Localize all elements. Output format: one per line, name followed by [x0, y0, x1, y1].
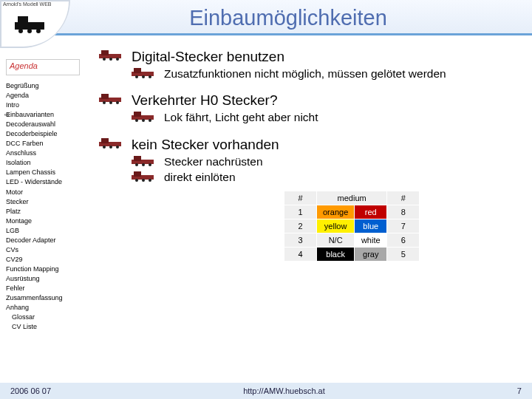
- locomotive-icon: [13, 13, 50, 34]
- bullet-text: Digital-Stecker benutzen: [132, 49, 284, 65]
- content: Digital-Stecker benutzen Zusatzfunktione…: [95, 44, 532, 381]
- pin-right: 7: [387, 219, 420, 233]
- agenda-item[interactable]: DCC Farben: [6, 139, 92, 149]
- agenda-item[interactable]: Zusammenfassung: [6, 293, 92, 303]
- svg-point-23: [142, 119, 145, 122]
- svg-point-18: [109, 101, 112, 104]
- color-cell: N/C: [317, 233, 355, 247]
- footer-date: 2006 06 07: [10, 386, 51, 395]
- svg-point-37: [135, 179, 138, 182]
- locomotive-icon: [99, 138, 126, 150]
- svg-rect-16: [101, 94, 109, 99]
- bullet-text: kein Stecker vorhanden: [132, 137, 279, 153]
- agenda-label: Agenda: [6, 59, 80, 75]
- svg-point-33: [142, 163, 145, 166]
- agenda-item[interactable]: Decoder Adapter: [6, 236, 92, 245]
- locomotive-icon: [132, 68, 158, 80]
- col-medium: medium: [317, 191, 387, 205]
- svg-point-2: [18, 29, 23, 33]
- color-cell: gray: [355, 247, 387, 261]
- agenda-item[interactable]: Ausrüstung: [6, 274, 92, 284]
- logo-badge: Arnold's Modell WEB: [0, 0, 70, 48]
- agenda-item[interactable]: Function Mapping: [6, 265, 92, 274]
- agenda-item[interactable]: Begrüßung: [6, 81, 92, 91]
- locomotive-icon: [132, 112, 158, 123]
- svg-point-22: [135, 119, 138, 122]
- color-cell: white: [355, 233, 387, 247]
- pin-left: 4: [284, 247, 317, 261]
- bullet-l2: Lok fährt, Licht geht aber nicht: [132, 110, 517, 124]
- agenda-item[interactable]: Glossar: [12, 313, 92, 322]
- svg-point-32: [135, 163, 138, 166]
- agenda-item[interactable]: CVs: [6, 245, 92, 255]
- svg-point-19: [116, 101, 119, 104]
- slide-header: Arnold's Modell WEB Einbaumöglichkeiten: [0, 0, 532, 35]
- svg-rect-31: [134, 156, 141, 161]
- pin-left: 1: [284, 205, 317, 219]
- agenda-item[interactable]: Anhang: [6, 303, 92, 313]
- agenda-item[interactable]: Decoderauswahl: [6, 120, 92, 129]
- locomotive-icon: [132, 156, 158, 168]
- svg-point-34: [149, 163, 151, 166]
- page-title: Einbaumöglichkeiten: [0, 0, 532, 35]
- pin-right: 5: [387, 247, 420, 261]
- svg-point-14: [149, 75, 151, 78]
- agenda-item[interactable]: Einbauvarianten: [6, 110, 92, 120]
- svg-point-17: [103, 101, 106, 104]
- bullet-l2: Stecker nachrüsten: [132, 154, 517, 168]
- svg-rect-21: [134, 112, 141, 117]
- agenda-item[interactable]: LED - Widerstände: [6, 177, 92, 187]
- agenda-item[interactable]: Fehler: [6, 284, 92, 293]
- agenda-item[interactable]: Platz: [6, 207, 92, 216]
- table-row: 1orangered8: [284, 205, 420, 219]
- color-cell: orange: [317, 205, 355, 219]
- agenda-item[interactable]: Anschluss: [6, 149, 92, 158]
- table-row: 3N/Cwhite6: [284, 233, 420, 247]
- bullet-text: Stecker nachrüsten: [164, 154, 263, 168]
- svg-point-3: [27, 29, 32, 33]
- col-num: #: [284, 191, 317, 205]
- slide-footer: 2006 06 07 http://AMW.huebsch.at 7: [0, 383, 532, 399]
- col-num: #: [387, 191, 420, 205]
- agenda-item[interactable]: LGB: [6, 226, 92, 236]
- svg-point-9: [116, 58, 119, 61]
- pin-right: 8: [387, 205, 420, 219]
- svg-point-38: [142, 179, 145, 182]
- svg-point-39: [149, 179, 151, 182]
- agenda-nav: BegrüßungAgendaIntroEinbauvariantenDecod…: [6, 81, 92, 332]
- svg-rect-11: [134, 68, 141, 73]
- footer-page: 7: [517, 386, 522, 395]
- svg-point-4: [36, 29, 41, 33]
- agenda-item[interactable]: Isolation: [6, 158, 92, 168]
- agenda-item[interactable]: Lampen Chassis: [6, 168, 92, 177]
- agenda-item[interactable]: Montage: [6, 216, 92, 226]
- svg-point-12: [135, 75, 138, 78]
- bullet-l2: direkt einlöten: [132, 170, 517, 184]
- svg-rect-26: [101, 138, 109, 143]
- color-cell: black: [317, 247, 355, 261]
- color-cell: red: [355, 205, 387, 219]
- agenda-item[interactable]: CV Liste: [12, 322, 92, 332]
- pin-left: 2: [284, 219, 317, 233]
- bullet-l1: Verkehrter H0 Stecker?: [99, 92, 517, 109]
- color-cell: yellow: [317, 219, 355, 233]
- agenda-item[interactable]: Stecker: [6, 197, 92, 207]
- svg-point-8: [109, 58, 112, 61]
- table-row: 2yellowblue7: [284, 219, 420, 233]
- pin-right: 6: [387, 233, 420, 247]
- locomotive-icon: [99, 50, 126, 62]
- agenda-item[interactable]: Agenda: [6, 91, 92, 100]
- bullet-text: direkt einlöten: [164, 170, 236, 184]
- bullet-text: Zusatzfunktionen nicht möglich, müssen g…: [164, 66, 446, 81]
- agenda-item[interactable]: Motor: [6, 188, 92, 197]
- agenda-item[interactable]: Decoderbeispiele: [6, 129, 92, 139]
- svg-rect-6: [101, 50, 109, 55]
- svg-rect-36: [134, 171, 141, 177]
- sidebar: Agenda BegrüßungAgendaIntroEinbauvariant…: [0, 44, 95, 381]
- slide-body: Agenda BegrüßungAgendaIntroEinbauvariant…: [0, 44, 532, 381]
- agenda-item[interactable]: Intro: [6, 100, 92, 110]
- agenda-item[interactable]: CV29: [6, 255, 92, 265]
- bullet-text: Verkehrter H0 Stecker?: [132, 92, 277, 109]
- svg-point-27: [103, 146, 106, 149]
- footer-url[interactable]: http://AMW.huebsch.at: [243, 386, 325, 395]
